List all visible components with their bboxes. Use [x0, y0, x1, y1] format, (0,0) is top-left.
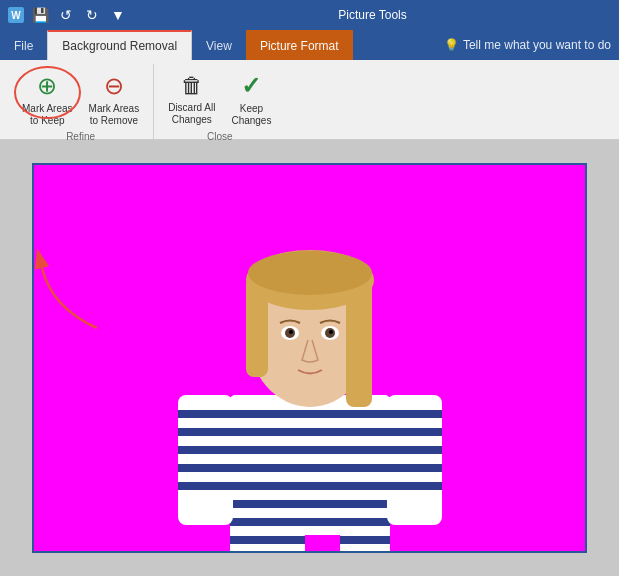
- title-bar: W 💾 ↺ ↻ ▼ Picture Tools: [0, 0, 619, 30]
- svg-rect-3: [230, 428, 390, 436]
- ribbon-commands: ⊕ Mark Areasto Keep ⊖ Mark Areasto Remov…: [0, 60, 619, 140]
- bulb-icon: 💡: [444, 38, 459, 52]
- save-button[interactable]: 💾: [30, 5, 50, 25]
- svg-rect-29: [387, 410, 442, 418]
- svg-rect-24: [178, 428, 233, 436]
- mark-keep-icon: ⊕: [37, 72, 57, 101]
- tell-me-container[interactable]: 💡 Tell me what you want to do: [444, 38, 611, 52]
- svg-rect-6: [230, 482, 390, 490]
- discard-label: Discard AllChanges: [168, 102, 215, 126]
- person-image: [150, 165, 470, 553]
- svg-rect-34: [305, 535, 340, 553]
- ribbon-group-close: 🗑 Discard AllChanges ✓ KeepChanges Close: [154, 64, 285, 139]
- image-canvas: [32, 163, 587, 553]
- svg-point-21: [329, 330, 333, 334]
- discard-all-button[interactable]: 🗑 Discard AllChanges: [162, 69, 221, 129]
- mark-remove-label: Mark Areasto Remove: [89, 103, 140, 127]
- svg-rect-8: [230, 518, 390, 526]
- customize-button[interactable]: ▼: [108, 5, 128, 25]
- svg-rect-26: [178, 464, 233, 472]
- redo-button[interactable]: ↻: [82, 5, 102, 25]
- ribbon-group-refine: ⊕ Mark Areasto Keep ⊖ Mark Areasto Remov…: [8, 64, 154, 139]
- app-icon: W: [8, 7, 24, 23]
- discard-icon: 🗑: [181, 73, 203, 99]
- svg-rect-30: [387, 428, 442, 436]
- ribbon-tabs-row: File Background Removal View Picture For…: [0, 30, 619, 60]
- svg-rect-13: [246, 277, 268, 377]
- svg-rect-1: [230, 395, 390, 553]
- tab-view[interactable]: View: [192, 30, 246, 60]
- svg-rect-2: [230, 410, 390, 418]
- svg-rect-27: [178, 482, 233, 490]
- svg-rect-23: [178, 410, 233, 418]
- tab-background-removal[interactable]: Background Removal: [47, 30, 192, 60]
- mark-remove-icon: ⊖: [104, 72, 124, 101]
- svg-point-15: [248, 251, 372, 295]
- svg-rect-7: [230, 500, 390, 508]
- tell-me-label: Tell me what you want to do: [463, 38, 611, 52]
- mark-areas-keep-button[interactable]: ⊕ Mark Areasto Keep: [16, 68, 79, 131]
- window-title: Picture Tools: [134, 8, 611, 22]
- mark-areas-remove-button[interactable]: ⊖ Mark Areasto Remove: [83, 68, 146, 131]
- svg-rect-4: [230, 446, 390, 454]
- refine-buttons: ⊕ Mark Areasto Keep ⊖ Mark Areasto Remov…: [16, 64, 145, 131]
- svg-rect-32: [387, 464, 442, 472]
- tabs-container: File Background Removal View Picture For…: [0, 30, 353, 60]
- close-buttons: 🗑 Discard AllChanges ✓ KeepChanges: [162, 64, 277, 131]
- canvas-area: [0, 140, 619, 576]
- svg-point-20: [289, 330, 293, 334]
- undo-button[interactable]: ↺: [56, 5, 76, 25]
- svg-rect-25: [178, 446, 233, 454]
- mark-keep-wrapper: ⊕ Mark Areasto Keep: [16, 68, 79, 131]
- keep-label: KeepChanges: [231, 103, 271, 127]
- mark-keep-label: Mark Areasto Keep: [22, 103, 73, 127]
- tab-file[interactable]: File: [0, 30, 47, 60]
- keep-icon: ✓: [241, 72, 261, 101]
- tell-me-section: 💡 Tell me what you want to do: [444, 30, 619, 60]
- tab-picture-format[interactable]: Picture Format: [246, 30, 353, 60]
- svg-rect-5: [230, 464, 390, 472]
- keep-changes-button[interactable]: ✓ KeepChanges: [225, 68, 277, 131]
- svg-rect-31: [387, 446, 442, 454]
- svg-rect-14: [346, 277, 372, 407]
- svg-rect-33: [387, 482, 442, 490]
